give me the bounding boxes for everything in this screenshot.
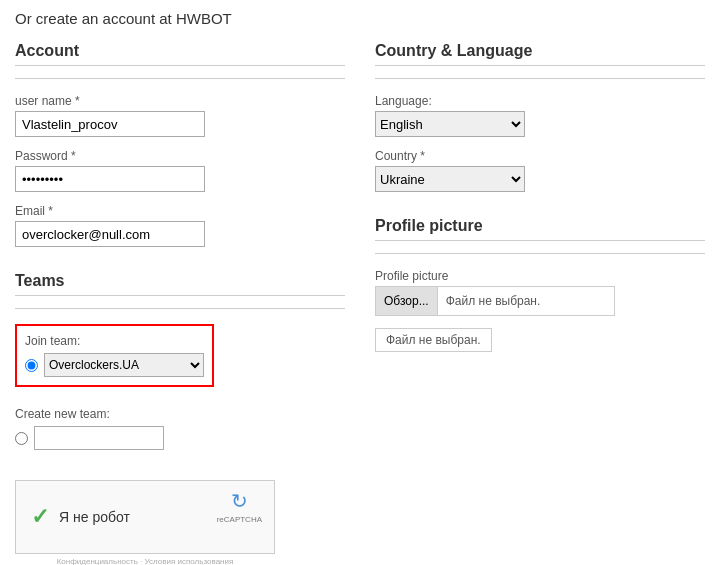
username-label: user name *	[15, 94, 345, 108]
teams-section: Teams Join team: Overclockers.UA Team A …	[15, 272, 345, 450]
country-select[interactable]: Ukraine USA Germany	[375, 166, 525, 192]
join-team-inner: Overclockers.UA Team A Team B	[25, 353, 204, 377]
language-group: Language: English Ukrainian Russian	[375, 94, 705, 137]
account-section: Account user name * Password * Email *	[15, 42, 345, 247]
profile-picture-divider	[375, 253, 705, 254]
password-input[interactable]	[15, 166, 205, 192]
create-team-radio[interactable]	[15, 432, 28, 445]
country-language-section: Country & Language Language: English Ukr…	[375, 42, 705, 192]
join-team-label: Join team:	[25, 334, 204, 348]
language-label: Language:	[375, 94, 705, 108]
join-team-select[interactable]: Overclockers.UA Team A Team B	[44, 353, 204, 377]
username-group: user name *	[15, 94, 345, 137]
account-divider	[15, 78, 345, 79]
captcha-check-icon: ✓	[31, 504, 49, 530]
captcha-box[interactable]: ✓ Я не робот ↻ reCAPTCHA	[15, 480, 275, 554]
create-team-input[interactable]	[34, 426, 164, 450]
country-group: Country * Ukraine USA Germany	[375, 149, 705, 192]
profile-picture-label: Profile picture	[375, 269, 705, 283]
country-label: Country *	[375, 149, 705, 163]
create-team-row	[15, 426, 345, 450]
join-team-radio[interactable]	[25, 359, 38, 372]
left-column: Account user name * Password * Email * T…	[15, 42, 345, 565]
recaptcha-icon: ↻	[231, 489, 248, 513]
right-column: Country & Language Language: English Ukr…	[375, 42, 705, 565]
language-select[interactable]: English Ukrainian Russian	[375, 111, 525, 137]
browse-button[interactable]: Обзор...	[376, 287, 438, 315]
join-team-box: Join team: Overclockers.UA Team A Team B	[15, 324, 214, 387]
country-language-title: Country & Language	[375, 42, 705, 66]
create-team-label: Create new team:	[15, 407, 345, 421]
email-label: Email *	[15, 204, 345, 218]
captcha-container: ✓ Я не робот ↻ reCAPTCHA Конфиденциально…	[15, 480, 345, 565]
captcha-footer: Конфиденциальность · Условия использован…	[15, 557, 275, 565]
email-group: Email *	[15, 204, 345, 247]
teams-section-title: Teams	[15, 272, 345, 296]
country-language-divider	[375, 78, 705, 79]
no-file-label-1: Файл не выбран.	[438, 290, 614, 312]
profile-browse-row: Обзор... Файл не выбран.	[375, 286, 615, 316]
create-team-group: Create new team:	[15, 407, 345, 450]
profile-picture-section: Profile picture Profile picture Обзор...…	[375, 217, 705, 352]
captcha-text: Я не робот	[59, 509, 130, 525]
account-section-title: Account	[15, 42, 345, 66]
recaptcha-label: reCAPTCHA	[217, 515, 262, 524]
captcha-logo-area: ↻ reCAPTCHA	[217, 489, 262, 524]
profile-picture-title: Profile picture	[375, 217, 705, 241]
username-input[interactable]	[15, 111, 205, 137]
password-label: Password *	[15, 149, 345, 163]
page-title: Or create an account at HWBOT	[15, 10, 705, 27]
password-group: Password *	[15, 149, 345, 192]
no-file-box: Файл не выбран.	[375, 328, 492, 352]
teams-divider	[15, 308, 345, 309]
email-input[interactable]	[15, 221, 205, 247]
